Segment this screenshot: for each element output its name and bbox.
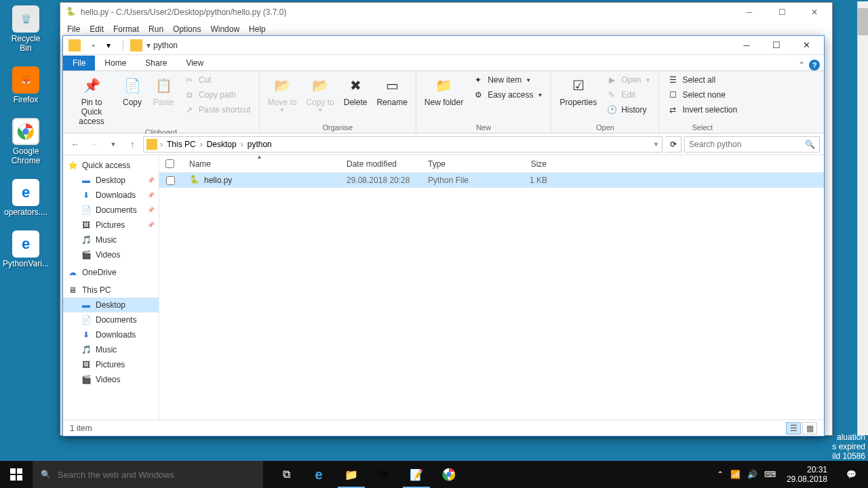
- column-type[interactable]: Type: [420, 155, 501, 172]
- nav-pc-pictures[interactable]: 🖼Pictures: [63, 357, 159, 372]
- tray-expand-icon[interactable]: ⌃: [717, 470, 724, 479]
- file-name-cell[interactable]: 🐍 hello.py: [181, 175, 338, 186]
- menu-run[interactable]: Run: [149, 24, 163, 34]
- nav-desktop[interactable]: ▬Desktop: [63, 173, 159, 188]
- nav-onedrive[interactable]: ☁OneDrive: [63, 265, 159, 280]
- easy-access-button[interactable]: ⚙Easy access ▼: [469, 88, 547, 102]
- taskbar-search-input[interactable]: [58, 470, 255, 480]
- chevron-right-icon[interactable]: ›: [241, 140, 243, 149]
- nav-pc-videos[interactable]: 🎬Videos: [63, 372, 159, 387]
- nav-pc-downloads[interactable]: ⬇Downloads: [63, 327, 159, 342]
- copy-to-button[interactable]: 📂 Copy to▼: [302, 73, 338, 115]
- tab-home[interactable]: Home: [95, 56, 136, 70]
- details-view-button[interactable]: ☰: [786, 422, 801, 434]
- minimize-ribbon-icon[interactable]: ⌃: [798, 60, 805, 70]
- taskbar-notepad[interactable]: 📝: [400, 461, 433, 488]
- copy-path-button[interactable]: ⧉Copy path: [180, 88, 255, 102]
- search-icon[interactable]: 🔍: [805, 140, 815, 149]
- breadcrumb-item[interactable]: python: [245, 138, 275, 150]
- properties-button[interactable]: ☑ Properties: [555, 73, 601, 108]
- copy-button[interactable]: 📄 Copy: [117, 73, 147, 108]
- recent-dropdown[interactable]: ▼: [105, 136, 121, 152]
- select-all-checkbox[interactable]: [165, 159, 174, 168]
- menu-edit[interactable]: Edit: [90, 24, 104, 34]
- language-icon[interactable]: ⌨: [764, 470, 776, 479]
- chevron-right-icon[interactable]: ›: [200, 140, 203, 149]
- menu-file[interactable]: File: [67, 24, 80, 34]
- breadcrumb[interactable]: › This PC › Desktop › python ▼: [143, 136, 663, 152]
- nav-pc-desktop[interactable]: ▬Desktop: [63, 298, 159, 312]
- new-item-button[interactable]: ✦New item ▼: [469, 73, 547, 87]
- taskbar-search[interactable]: 🔍: [33, 461, 263, 488]
- tab-share[interactable]: Share: [136, 56, 176, 70]
- history-button[interactable]: 🕑History: [602, 103, 654, 117]
- cut-button[interactable]: ✂Cut: [180, 73, 255, 87]
- qat-dropdown-icon[interactable]: ▾: [102, 39, 115, 52]
- rename-button[interactable]: ▭ Rename: [372, 73, 411, 108]
- close-button[interactable]: ✕: [802, 5, 827, 19]
- nav-pictures[interactable]: 🖼Pictures: [63, 218, 159, 232]
- chevron-right-icon[interactable]: ›: [160, 140, 163, 149]
- forward-button[interactable]: →: [86, 136, 102, 152]
- nav-pc-music[interactable]: 🎵Music: [63, 342, 159, 357]
- menu-format[interactable]: Format: [113, 24, 139, 34]
- nav-pc-documents[interactable]: 📄Documents: [63, 312, 159, 327]
- file-row[interactable]: 🐍 hello.py 29.08.2018 20:28 Python File …: [159, 173, 824, 188]
- scrollbar-thumb[interactable]: [858, 8, 868, 35]
- taskbar-edge[interactable]: e: [302, 461, 335, 488]
- search-input[interactable]: [689, 140, 805, 149]
- invert-selection-button[interactable]: ⇄Invert selection: [663, 103, 741, 117]
- edit-button[interactable]: ✎Edit: [602, 88, 654, 102]
- select-none-button[interactable]: ☐Select none: [663, 88, 741, 102]
- large-icons-view-button[interactable]: ▦: [802, 422, 817, 434]
- back-button[interactable]: ←: [67, 136, 83, 152]
- search-box[interactable]: 🔍: [684, 136, 820, 152]
- open-button[interactable]: ▶Open ▼: [602, 73, 654, 87]
- qat-properties-icon[interactable]: ▫: [87, 39, 100, 52]
- task-view-button[interactable]: ⧉: [270, 461, 302, 488]
- tab-file[interactable]: File: [63, 56, 95, 70]
- pin-to-quick-access-button[interactable]: 📌 Pin to Quick access: [67, 73, 116, 127]
- minimize-button[interactable]: ─: [732, 36, 762, 55]
- minimize-button[interactable]: ─: [737, 5, 762, 19]
- taskbar-chrome[interactable]: [433, 461, 465, 488]
- clock[interactable]: 20:31 29.08.2018: [783, 465, 831, 484]
- nav-documents[interactable]: 📄Documents: [63, 203, 159, 218]
- desktop-icon-firefox[interactable]: 🦊 Firefox: [5, 66, 46, 104]
- nav-quick-access[interactable]: ⭐Quick access: [63, 158, 159, 173]
- scrollbar[interactable]: [857, 1, 868, 435]
- move-to-button[interactable]: 📂 Move to▼: [264, 73, 301, 115]
- nav-this-pc[interactable]: 🖥This PC: [63, 283, 159, 298]
- up-button[interactable]: ↑: [124, 136, 140, 152]
- explorer-titlebar[interactable]: ▫ ▾ ▾ python ─ ☐ ✕: [63, 36, 824, 55]
- breadcrumb-item[interactable]: Desktop: [204, 138, 239, 150]
- column-size[interactable]: Size: [501, 155, 555, 172]
- action-center-button[interactable]: 💬: [838, 461, 864, 488]
- file-list[interactable]: 🐍 hello.py 29.08.2018 20:28 Python File …: [159, 173, 824, 420]
- nav-downloads[interactable]: ⬇Downloads: [63, 188, 159, 203]
- column-checkbox[interactable]: [159, 155, 181, 172]
- column-name[interactable]: ▲Name: [181, 155, 338, 172]
- new-folder-button[interactable]: 📁 New folder: [420, 73, 467, 108]
- close-button[interactable]: ✕: [791, 36, 821, 55]
- menu-options[interactable]: Options: [173, 24, 201, 34]
- menu-window[interactable]: Window: [210, 24, 239, 34]
- select-all-button[interactable]: ☰Select all: [663, 73, 741, 87]
- menu-help[interactable]: Help: [249, 24, 266, 34]
- navigation-pane[interactable]: ⭐Quick access ▬Desktop ⬇Downloads 📄Docum…: [63, 155, 159, 420]
- paste-button[interactable]: 📋 Paste: [149, 73, 178, 108]
- qat-dropdown-icon[interactable]: ▾: [146, 41, 151, 50]
- file-checkbox[interactable]: [166, 176, 175, 185]
- desktop-icon-recycle-bin[interactable]: 🗑️ Recycle Bin: [5, 5, 46, 53]
- column-date[interactable]: Date modified: [338, 155, 420, 172]
- network-icon[interactable]: 📶: [730, 470, 741, 479]
- nav-music[interactable]: 🎵Music: [63, 232, 159, 247]
- nav-videos[interactable]: 🎬Videos: [63, 247, 159, 262]
- breadcrumb-item[interactable]: This PC: [164, 138, 199, 150]
- tab-view[interactable]: View: [176, 56, 213, 70]
- maximize-button[interactable]: ☐: [762, 36, 791, 55]
- start-button[interactable]: [0, 461, 33, 488]
- desktop-icon-pythonvari[interactable]: e PythonVari...: [5, 230, 46, 268]
- taskbar-store[interactable]: 🛍: [368, 461, 400, 488]
- paste-shortcut-button[interactable]: ↗Paste shortcut: [180, 103, 255, 117]
